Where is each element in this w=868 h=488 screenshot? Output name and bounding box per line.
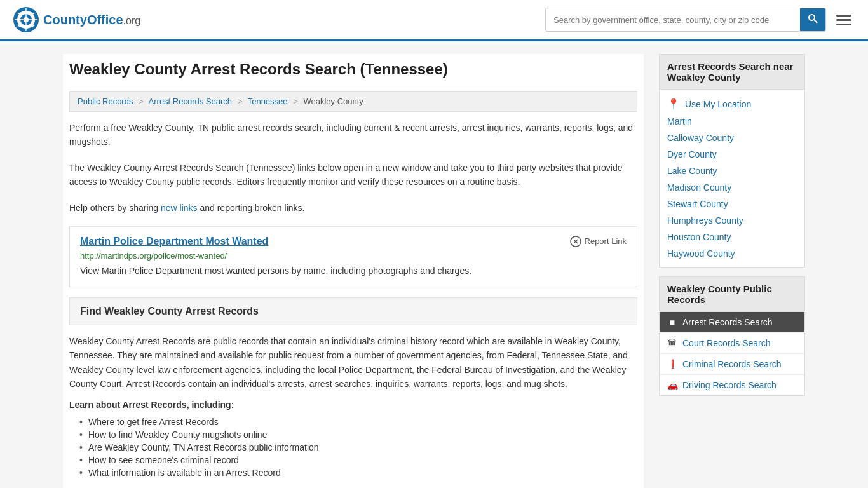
madison-link[interactable]: Madison County [667,182,731,193]
sidebar-link-humphreys: Humphreys County [660,212,804,229]
breadcrumb-public-records[interactable]: Public Records [78,97,133,106]
bullet-item: Where to get free Arrest Records [79,417,637,427]
court-icon: 🏛 [667,338,677,348]
sidebar-public-records-list: ■ Arrest Records Search 🏛 Court Records … [660,312,804,395]
breadcrumb-weakley: Weakley County [303,97,363,106]
hamburger-line [836,19,851,21]
breadcrumb-sep: > [139,97,144,106]
pub-rec-driving[interactable]: 🚗 Driving Records Search [660,375,804,395]
desc3-before: Help others by sharing [69,203,161,213]
humphreys-link[interactable]: Humphreys County [667,215,743,226]
report-label: Report Link [585,236,627,246]
sidebar-link-martin: Martin [660,113,804,130]
link-card: Martin Police Department Most Wanted Rep… [69,226,637,287]
breadcrumb-tennessee[interactable]: Tennessee [248,97,288,106]
driving-icon: 🚗 [667,380,677,390]
content-area: Weakley County Arrest Records Search (Te… [63,54,644,488]
description-2: The Weakley County Arrest Records Search… [69,161,637,196]
logo-area: CountyOffice.org [13,6,140,33]
bullet-item: How to see someone's criminal record [79,455,637,465]
site-header: CountyOffice.org [0,0,868,41]
sidebar-link-lake: Lake County [660,163,804,179]
breadcrumb-arrest-records[interactable]: Arrest Records Search [149,97,233,106]
description-3: Help others by sharing new links and rep… [69,201,637,221]
sidebar-nearby-links: 📍 Use My Location Martin Calloway County… [660,90,804,267]
use-location-link[interactable]: Use My Location [685,99,751,109]
calloway-link[interactable]: Calloway County [667,133,734,143]
location-icon: 📍 [667,98,680,110]
criminal-icon: ❗ [667,359,677,369]
header-right [545,8,855,32]
sidebar: Arrest Records Search near Weakley Count… [659,54,805,488]
sidebar-nearby-section: Arrest Records Search near Weakley Count… [659,54,805,268]
find-section-title: Find Weakley County Arrest Records [80,306,259,316]
bullet-item: Are Weakley County, TN Arrest Records pu… [79,442,637,452]
sidebar-link-houston: Houston County [660,229,804,245]
menu-button[interactable] [832,11,855,29]
page-title: Weakley County Arrest Records Search (Te… [69,54,637,82]
criminal-label: Criminal Records Search [682,359,782,369]
sidebar-nearby-title: Arrest Records Search near Weakley Count… [660,55,804,90]
pub-rec-arrest[interactable]: ■ Arrest Records Search [660,312,804,333]
breadcrumb-sep: > [293,97,298,106]
svg-line-7 [814,20,817,23]
pub-rec-criminal[interactable]: ❗ Criminal Records Search [660,354,804,375]
breadcrumb-sep: > [238,97,243,106]
pub-rec-court[interactable]: 🏛 Court Records Search [660,333,804,354]
desc3-after: and reporting broken links. [198,203,305,213]
arrest-label: Arrest Records Search [682,317,773,327]
find-bullets: Where to get free Arrest Records How to … [69,417,637,478]
link-card-desc: View Martin Police Department most wante… [80,264,627,278]
sidebar-link-stewart: Stewart County [660,196,804,212]
sidebar-public-records-title: Weakley County Public Records [660,277,804,312]
sidebar-link-dyer: Dyer County [660,146,804,163]
sidebar-public-records-section: Weakley County Public Records ■ Arrest R… [659,276,805,396]
link-card-url[interactable]: http://martindps.org/police/most-wanted/ [80,251,627,261]
description-1: Perform a free Weakley County, TN public… [69,121,637,156]
sidebar-link-madison: Madison County [660,179,804,196]
link-card-header: Martin Police Department Most Wanted Rep… [80,236,627,247]
sidebar-use-location[interactable]: 📍 Use My Location [660,95,804,113]
dyer-link[interactable]: Dyer County [667,149,717,159]
lake-link[interactable]: Lake County [667,166,717,176]
stewart-link[interactable]: Stewart County [667,199,728,209]
sidebar-link-calloway: Calloway County [660,130,804,146]
driving-label: Driving Records Search [682,380,776,390]
find-section-body: Weakley County Arrest Records are public… [69,334,637,478]
court-label: Court Records Search [682,338,771,348]
logo-text: CountyOffice.org [43,13,140,27]
hamburger-line [836,24,851,25]
main-container: Weakley County Arrest Records Search (Te… [53,41,815,488]
report-icon [570,236,581,247]
martin-link[interactable]: Martin [667,116,692,126]
hamburger-line [836,15,851,17]
logo-icon [13,6,39,33]
search-bar [545,8,826,32]
sidebar-link-haywood: Haywood County [660,245,804,262]
haywood-link[interactable]: Haywood County [667,248,735,259]
search-button[interactable] [800,8,825,31]
houston-link[interactable]: Houston County [667,232,731,242]
arrest-icon: ■ [667,317,677,327]
breadcrumb: Public Records > Arrest Records Search >… [69,91,637,112]
find-body-text: Weakley County Arrest Records are public… [69,334,637,391]
find-section-box: Find Weakley County Arrest Records [69,297,637,325]
bullet-item: How to find Weakley County mugshots onli… [79,430,637,440]
new-links-link[interactable]: new links [161,203,198,213]
find-subheading: Learn about Arrest Records, including: [69,398,637,412]
report-link-button[interactable]: Report Link [570,236,627,247]
bullet-item: What information is available in an Arre… [79,468,637,478]
search-icon [808,13,818,24]
svg-point-6 [809,15,815,20]
search-input[interactable] [546,10,800,30]
link-card-title[interactable]: Martin Police Department Most Wanted [80,236,268,247]
